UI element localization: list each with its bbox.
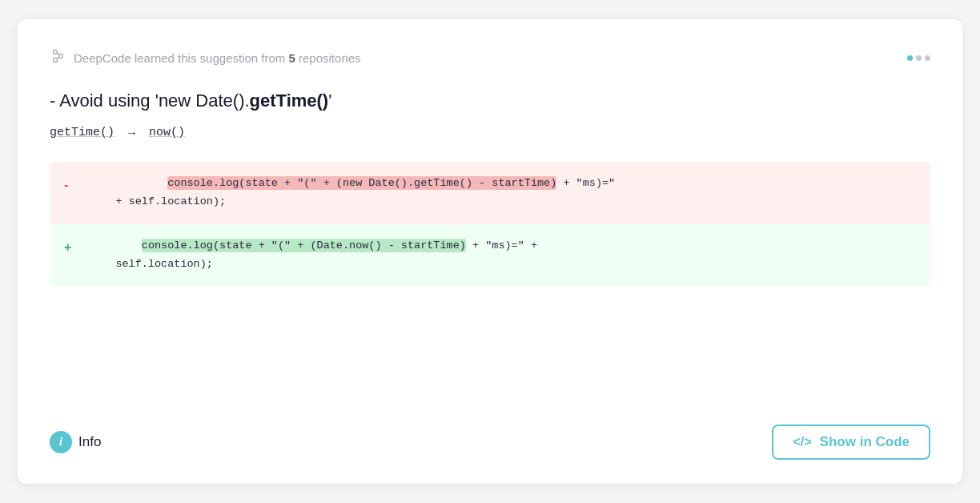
header: DeepCode learned this suggestion from 5 … xyxy=(50,48,930,68)
info-icon: i xyxy=(50,431,72,453)
header-prefix: DeepCode learned this suggestion from xyxy=(74,51,289,65)
diff-minus-marker: - xyxy=(64,178,68,192)
transform-line: getTime() → now() xyxy=(50,126,930,139)
repo-icon xyxy=(50,48,66,68)
repo-count: 5 xyxy=(289,51,295,65)
svg-line-4 xyxy=(57,57,59,59)
added-line2: self.location); xyxy=(90,258,213,270)
show-in-code-button[interactable]: </> Show in Code xyxy=(772,425,930,460)
title-prefix: - Avoid using 'new Date(). xyxy=(50,91,250,111)
removed-line1-prefix xyxy=(90,177,167,189)
added-line1-suffix: + "ms)=" + xyxy=(466,239,537,252)
removed-line2: + self.location); xyxy=(90,195,226,207)
diff-removed-block: - console.log(state + "(" + (new Date().… xyxy=(50,162,930,224)
footer: i Info </> Show in Code xyxy=(50,412,930,460)
diff-removed-code: console.log(state + "(" + (new Date().ge… xyxy=(66,175,914,211)
diff-plus-marker: + xyxy=(64,240,71,255)
diff-added-code: console.log(state + "(" + (Date.now() - … xyxy=(66,237,914,274)
show-in-code-label: Show in Code xyxy=(820,434,910,450)
info-badge[interactable]: i Info xyxy=(50,431,101,453)
dot-2 xyxy=(916,55,922,61)
info-label: Info xyxy=(78,434,101,450)
diff-section: - console.log(state + "(" + (new Date().… xyxy=(50,162,930,389)
added-line1-prefix xyxy=(90,239,142,252)
transform-arrow: → xyxy=(126,126,138,139)
code-tag-icon: </> xyxy=(793,435,811,449)
removed-highlight: console.log(state + "(" + (new Date().ge… xyxy=(167,176,556,190)
dots-menu[interactable] xyxy=(907,55,930,61)
removed-line1-suffix: + "ms)=" xyxy=(556,177,615,189)
suggestion-card: DeepCode learned this suggestion from 5 … xyxy=(18,19,962,484)
svg-line-3 xyxy=(57,53,59,55)
suggestion-title: - Avoid using 'new Date().getTime()' xyxy=(50,91,930,111)
header-text: DeepCode learned this suggestion from 5 … xyxy=(74,51,361,65)
diff-added-block: + console.log(state + "(" + (Date.now() … xyxy=(50,224,930,287)
header-suffix: repositories xyxy=(295,51,361,65)
transform-from: getTime() xyxy=(50,126,114,139)
title-suffix: ' xyxy=(328,91,331,111)
header-left: DeepCode learned this suggestion from 5 … xyxy=(50,48,361,68)
transform-to: now() xyxy=(149,126,185,139)
added-highlight: console.log(state + "(" + (Date.now() - … xyxy=(142,239,466,252)
title-bold: getTime() xyxy=(250,91,329,111)
dot-1 xyxy=(907,55,913,61)
dot-3 xyxy=(925,55,930,61)
